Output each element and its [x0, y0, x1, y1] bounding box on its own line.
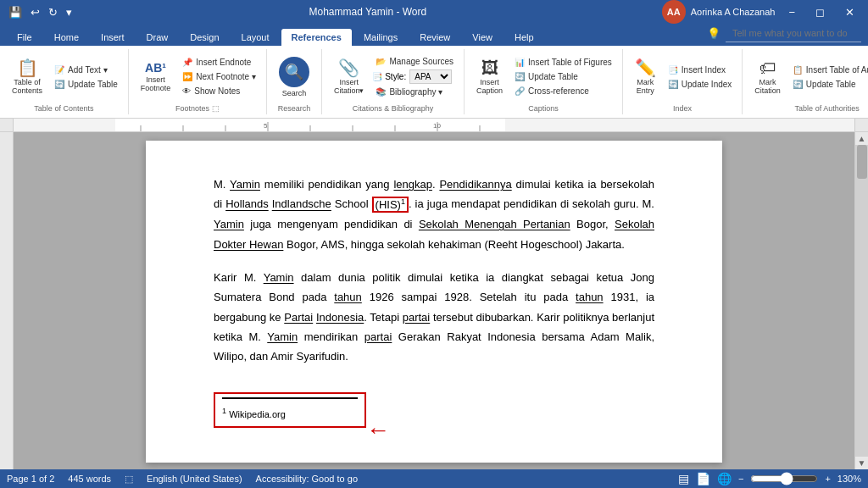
- next-footnote-label: Next Footnote ▾: [196, 72, 256, 81]
- tab-mailings[interactable]: Mailings: [353, 29, 408, 46]
- insert-footnote-label: InsertFootnote: [141, 75, 171, 92]
- insert-table-figures-button[interactable]: 📊 Insert Table of Figures: [511, 56, 615, 69]
- zoom-slider[interactable]: [750, 472, 818, 485]
- scroll-up-button[interactable]: ▲: [856, 132, 868, 145]
- scroll-track[interactable]: [855, 145, 868, 457]
- arrow-indicator: ←: [366, 409, 390, 452]
- close-button[interactable]: ✕: [838, 4, 861, 20]
- accessibility-label: Accessibility: Good to go: [256, 474, 358, 484]
- index-group-label: Index: [673, 103, 692, 113]
- zoom-out-icon: −: [738, 474, 743, 484]
- search-circle-icon: 🔍: [279, 57, 309, 87]
- insert-index-button[interactable]: 📑 Insert Index: [665, 64, 736, 76]
- show-notes-button[interactable]: 👁 Show Notes: [179, 85, 259, 97]
- tell-me-input[interactable]: [726, 25, 861, 42]
- scroll-thumb[interactable]: [857, 145, 867, 179]
- word-count: 445 words: [68, 474, 111, 484]
- undo-button[interactable]: ↩: [29, 4, 42, 20]
- footnote-red-box: 1 Wikipedia.org: [214, 392, 366, 428]
- quick-access-more-button[interactable]: ▾: [64, 4, 74, 20]
- document-area[interactable]: M. Yamin memiliki pendidikan yang lengka…: [14, 132, 854, 469]
- focus-mode-button[interactable]: ▤: [678, 472, 689, 485]
- insert-table-figures-label: Insert Table of Figures: [528, 58, 612, 67]
- tab-home[interactable]: Home: [44, 29, 89, 46]
- next-footnote-button[interactable]: ⏩ Next Footnote ▾: [179, 70, 259, 83]
- captions-group-label: Captions: [528, 103, 559, 113]
- update-toa-button[interactable]: 🔄 Update Table: [789, 78, 868, 91]
- svg-text:5: 5: [264, 122, 268, 130]
- tab-view[interactable]: View: [462, 29, 503, 46]
- bibliography-button[interactable]: 📚 Bibliography ▾: [372, 86, 457, 98]
- manage-sources-icon: 📂: [376, 57, 386, 66]
- citations-group-label: Citations & Bibliography: [353, 103, 434, 113]
- table-of-contents-button[interactable]: 📋 Table ofContents: [7, 56, 47, 98]
- mark-entry-button[interactable]: ✏️ MarkEntry: [630, 56, 661, 98]
- style-select[interactable]: APA MLA Chicago: [409, 69, 452, 84]
- add-text-label: Add Text ▾: [68, 65, 108, 75]
- save-button[interactable]: 💾: [7, 4, 24, 20]
- insert-caption-button[interactable]: 🖼 InsertCaption: [471, 56, 508, 98]
- search-button[interactable]: 🔍 Search: [274, 53, 314, 101]
- update-table-captions-icon: 🔄: [515, 72, 525, 81]
- toc-icon: 📋: [17, 59, 38, 76]
- tab-layout[interactable]: Layout: [231, 29, 280, 46]
- search-label: Search: [282, 89, 307, 97]
- ribbon-tabs: File Home Insert Draw Design Layout Refe…: [0, 24, 868, 46]
- left-margin-ruler: [0, 132, 14, 469]
- insert-citation-button[interactable]: 📎 InsertCitation▾: [329, 56, 370, 98]
- insert-index-label: Insert Index: [682, 65, 726, 75]
- paragraph-1: M. Yamin memiliki pendidikan yang lengka…: [214, 175, 654, 254]
- research-group-label: Research: [278, 103, 311, 113]
- mark-citation-icon: 🏷: [760, 59, 776, 76]
- main-area: M. Yamin memiliki pendidikan yang lengka…: [0, 132, 868, 469]
- tab-insert[interactable]: Insert: [91, 29, 135, 46]
- footnote-section: 1 Wikipedia.org ←: [214, 392, 654, 428]
- footnote-text: 1 Wikipedia.org: [222, 404, 358, 423]
- his-highlight-box: (HIS)1: [372, 197, 409, 213]
- update-index-button[interactable]: 🔄 Update Index: [665, 78, 736, 91]
- cross-reference-button[interactable]: 🔗 Cross-reference: [511, 85, 615, 97]
- ruler: 5 10: [0, 119, 868, 132]
- ribbon-group-footnotes: AB¹ InsertFootnote 📌 Insert Endnote ⏩ Ne…: [129, 49, 267, 114]
- minimize-button[interactable]: −: [782, 4, 802, 20]
- web-layout-button[interactable]: 🌐: [717, 472, 732, 485]
- tab-draw[interactable]: Draw: [136, 29, 179, 46]
- language-indicator: English (United States): [147, 474, 242, 484]
- title-bar: 💾 ↩ ↻ ▾ Mohammad Yamin - Word AA Aorinka…: [0, 0, 868, 24]
- add-text-icon: 📝: [54, 65, 64, 75]
- ribbon-group-toa: 🏷 MarkCitation 📋 Insert Table of Authori…: [743, 49, 868, 114]
- mark-citation-button[interactable]: 🏷 MarkCitation: [749, 56, 786, 98]
- tab-references[interactable]: References: [281, 29, 352, 46]
- footnote-ref-1: 1: [401, 197, 405, 205]
- insert-endnote-button[interactable]: 📌 Insert Endnote: [179, 56, 259, 69]
- tab-help[interactable]: Help: [504, 29, 544, 46]
- update-table-toc-button[interactable]: 🔄 Update Table: [51, 78, 121, 91]
- print-layout-button[interactable]: 📄: [696, 472, 710, 485]
- add-text-button[interactable]: 📝 Add Text ▾: [51, 64, 121, 76]
- manage-sources-button[interactable]: 📂 Manage Sources: [372, 55, 457, 68]
- mark-entry-label: MarkEntry: [637, 78, 654, 95]
- toa-group-label: Table of Authorities: [795, 103, 860, 113]
- scroll-down-button[interactable]: ▼: [856, 457, 868, 469]
- update-table-toc-icon: 🔄: [54, 80, 64, 89]
- restore-button[interactable]: ◻: [809, 4, 832, 20]
- update-table-captions-button[interactable]: 🔄 Update Table: [511, 70, 615, 83]
- cross-reference-label: Cross-reference: [528, 86, 589, 96]
- cross-reference-icon: 🔗: [515, 86, 525, 96]
- toc-group-label: Table of Contents: [34, 103, 93, 113]
- vertical-scrollbar[interactable]: ▲ ▼: [854, 132, 868, 469]
- ribbon-group-research: 🔍 Search Research: [267, 49, 322, 114]
- paragraph-2: Karir M. Yamin dalam dunia politik dimul…: [214, 268, 654, 367]
- zoom-in-icon: +: [825, 474, 830, 484]
- insert-footnote-button[interactable]: AB¹ InsertFootnote: [136, 58, 176, 96]
- user-avatar[interactable]: AA: [662, 0, 686, 24]
- insert-toa-button[interactable]: 📋 Insert Table of Authorities: [789, 64, 868, 76]
- update-toa-label: Update Table: [806, 80, 856, 89]
- ribbon-group-toc: 📋 Table ofContents 📝 Add Text ▾ 🔄 Update…: [0, 49, 129, 114]
- update-toa-icon: 🔄: [793, 80, 803, 89]
- caption-icon: 🖼: [481, 59, 498, 76]
- tab-design[interactable]: Design: [180, 29, 229, 46]
- redo-button[interactable]: ↻: [47, 4, 59, 20]
- tab-file[interactable]: File: [7, 29, 42, 46]
- tab-review[interactable]: Review: [409, 29, 460, 46]
